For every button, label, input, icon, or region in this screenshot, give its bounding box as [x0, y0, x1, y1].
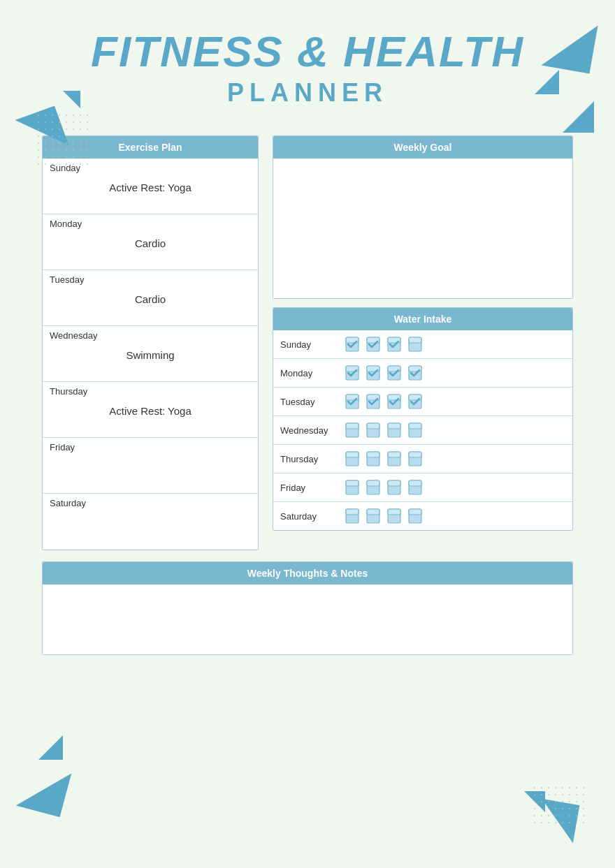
water-cups-group — [343, 506, 424, 526]
thoughts-section: Weekly Thoughts & Notes — [42, 561, 573, 655]
water-day-label: Wednesday — [280, 425, 343, 436]
water-rows-list: Sunday Monday — [273, 330, 572, 530]
day-activity: Cardio — [50, 232, 251, 252]
day-label: Monday — [50, 219, 251, 229]
water-cup-checked[interactable] — [364, 334, 382, 354]
main-content: Exercise Plan SundayActive Rest: YogaMon… — [0, 135, 615, 550]
water-cup-empty[interactable] — [364, 478, 382, 497]
weekly-goal-content[interactable] — [273, 159, 572, 298]
svg-rect-55 — [409, 509, 421, 515]
left-column: Exercise Plan SundayActive Rest: YogaMon… — [42, 135, 259, 550]
svg-rect-29 — [388, 423, 400, 429]
weekly-goal-box: Weekly Goal — [273, 135, 573, 299]
svg-rect-7 — [409, 337, 421, 343]
water-cup-empty[interactable] — [406, 334, 424, 354]
thoughts-content[interactable] — [43, 584, 572, 654]
svg-rect-51 — [367, 509, 379, 515]
thoughts-header: Weekly Thoughts & Notes — [43, 562, 572, 584]
water-day-label: Saturday — [280, 511, 343, 522]
water-cups-group — [343, 334, 424, 354]
decor-triangle-bot-left-small — [38, 735, 63, 760]
day-activity: Active Rest: Yoga — [50, 399, 251, 420]
water-day-row: Sunday — [273, 330, 572, 359]
water-cup-empty[interactable] — [385, 449, 403, 469]
day-activity: Swimming — [50, 344, 251, 364]
water-cup-checked[interactable] — [364, 392, 382, 411]
water-day-row: Monday — [273, 359, 572, 388]
water-cup-empty[interactable] — [364, 420, 382, 440]
day-label: Saturday — [50, 498, 251, 508]
decor-triangle-top-right-small — [535, 70, 559, 94]
water-day-label: Sunday — [280, 339, 343, 350]
water-day-row: Saturday — [273, 502, 572, 530]
water-day-row: Friday — [273, 473, 572, 502]
water-cups-group — [343, 449, 424, 469]
water-cup-empty[interactable] — [343, 478, 361, 497]
right-column: Weekly Goal Water Intake Sunday — [273, 135, 573, 550]
water-cup-empty[interactable] — [406, 506, 424, 526]
water-day-row: Tuesday — [273, 388, 572, 416]
exercise-day-row: TuesdayCardio — [43, 270, 258, 326]
svg-rect-33 — [346, 452, 359, 457]
water-cup-checked[interactable] — [406, 363, 424, 383]
water-cup-checked[interactable] — [385, 392, 403, 411]
exercise-day-row: Friday — [43, 438, 258, 494]
water-cup-empty[interactable] — [343, 420, 361, 440]
day-activity — [50, 455, 251, 464]
svg-rect-43 — [367, 480, 379, 486]
day-activity: Cardio — [50, 288, 251, 308]
water-cup-empty[interactable] — [406, 420, 424, 440]
svg-rect-35 — [367, 452, 379, 457]
water-cup-empty[interactable] — [406, 478, 424, 497]
page-title: FITNESS & HEALTH — [42, 28, 573, 75]
exercise-days-list: SundayActive Rest: YogaMondayCardioTuesd… — [43, 159, 258, 550]
water-cup-empty[interactable] — [385, 506, 403, 526]
water-cup-empty[interactable] — [385, 478, 403, 497]
exercise-day-row: ThursdayActive Rest: Yoga — [43, 382, 258, 438]
water-cup-empty[interactable] — [385, 420, 403, 440]
decor-dots-top-left — [35, 112, 91, 168]
water-cup-empty[interactable] — [343, 506, 361, 526]
svg-rect-27 — [367, 423, 379, 429]
water-cup-empty[interactable] — [406, 449, 424, 469]
exercise-day-row: WednesdaySwimming — [43, 326, 258, 382]
water-day-label: Thursday — [280, 454, 343, 464]
water-cup-checked[interactable] — [343, 334, 361, 354]
svg-rect-25 — [346, 423, 359, 429]
exercise-plan-box: Exercise Plan SundayActive Rest: YogaMon… — [42, 135, 259, 550]
water-cup-checked[interactable] — [364, 363, 382, 383]
water-cup-empty[interactable] — [343, 449, 361, 469]
decor-dots-bot-right — [531, 784, 587, 826]
water-cup-checked[interactable] — [385, 334, 403, 354]
weekly-goal-header: Weekly Goal — [273, 136, 572, 159]
water-intake-header: Water Intake — [273, 308, 572, 330]
water-cups-group — [343, 420, 424, 440]
water-cup-checked[interactable] — [343, 392, 361, 411]
svg-rect-41 — [346, 480, 359, 486]
exercise-day-row: Saturday — [43, 494, 258, 550]
svg-rect-45 — [388, 480, 400, 486]
exercise-day-row: MondayCardio — [43, 214, 258, 270]
water-cup-checked[interactable] — [343, 363, 361, 383]
water-cup-checked[interactable] — [406, 392, 424, 411]
water-day-label: Friday — [280, 483, 343, 493]
decor-triangle-top-right-big — [541, 17, 598, 73]
svg-rect-31 — [409, 423, 421, 429]
day-activity: Active Rest: Yoga — [50, 176, 251, 196]
water-cup-empty[interactable] — [364, 506, 382, 526]
water-cup-empty[interactable] — [364, 449, 382, 469]
water-day-row: Wednesday — [273, 416, 572, 445]
water-cup-checked[interactable] — [385, 363, 403, 383]
day-label: Wednesday — [50, 330, 251, 341]
water-intake-box: Water Intake Sunday Monday — [273, 307, 573, 531]
decor-triangle-bot-left-big — [16, 762, 72, 818]
svg-rect-39 — [409, 452, 421, 457]
decor-triangle-top-right-med — [563, 101, 594, 133]
water-cups-group — [343, 392, 424, 411]
svg-rect-53 — [388, 509, 400, 515]
day-label: Thursday — [50, 386, 251, 397]
day-label: Tuesday — [50, 274, 251, 285]
page-subtitle: PLANNER — [42, 78, 573, 108]
decor-triangle-left-small — [63, 91, 80, 108]
water-day-row: Thursday — [273, 445, 572, 473]
